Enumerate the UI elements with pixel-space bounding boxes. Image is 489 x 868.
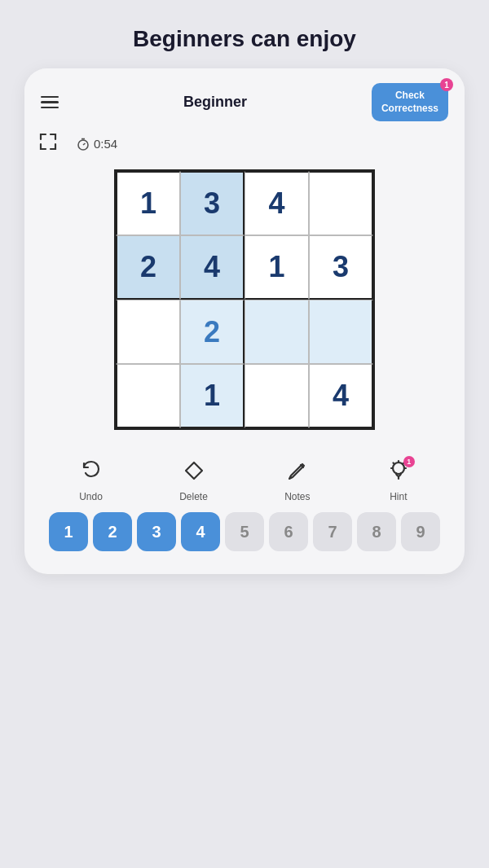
numpad-button-4[interactable]: 4 xyxy=(181,512,220,551)
sudoku-cell[interactable] xyxy=(116,364,180,428)
sudoku-cell[interactable]: 1 xyxy=(180,364,244,428)
numpad-button-3[interactable]: 3 xyxy=(137,512,176,551)
numpad-button-9[interactable]: 9 xyxy=(401,512,440,551)
sudoku-cell[interactable]: 1 xyxy=(116,171,180,235)
hint-icon: 1 xyxy=(387,459,410,488)
header-title: Beginner xyxy=(183,94,247,111)
timer-value: 0:54 xyxy=(94,137,117,151)
numpad-button-6[interactable]: 6 xyxy=(269,512,308,551)
app-header: Beginner Check Correctness 1 xyxy=(24,68,465,129)
sudoku-cell[interactable] xyxy=(309,300,373,364)
undo-icon xyxy=(80,459,103,488)
svg-line-11 xyxy=(393,463,394,465)
sudoku-cell[interactable]: 2 xyxy=(180,300,244,364)
sudoku-cell[interactable]: 3 xyxy=(309,235,373,300)
menu-button[interactable] xyxy=(41,96,59,109)
numpad-button-7[interactable]: 7 xyxy=(313,512,352,551)
sudoku-cell[interactable]: 4 xyxy=(180,235,244,300)
svg-line-2 xyxy=(83,143,86,145)
check-correctness-button[interactable]: Check Correctness xyxy=(372,83,448,121)
app-card: Beginner Check Correctness 1 xyxy=(24,68,465,574)
hint-button[interactable]: 1 Hint xyxy=(387,459,410,502)
hint-badge: 1 xyxy=(403,456,415,467)
sudoku-cell[interactable]: 2 xyxy=(116,235,180,300)
notes-icon xyxy=(286,459,309,488)
timer-display: 0:54 xyxy=(77,137,117,151)
timer-row: 0:54 xyxy=(24,129,465,161)
toolbar: Undo Delete Notes xyxy=(24,446,465,512)
notes-button[interactable]: Notes xyxy=(284,459,310,502)
number-pad: 123456789 xyxy=(24,512,465,551)
page-title: Beginners can enjoy xyxy=(133,26,356,52)
sudoku-cell[interactable] xyxy=(309,171,373,235)
sudoku-cell[interactable]: 3 xyxy=(180,171,244,235)
sudoku-grid: 1342413214 xyxy=(114,169,375,430)
numpad-button-8[interactable]: 8 xyxy=(357,512,396,551)
hint-label: Hint xyxy=(390,491,407,502)
svg-marker-4 xyxy=(186,462,202,479)
numpad-button-1[interactable]: 1 xyxy=(49,512,88,551)
sudoku-cell[interactable] xyxy=(244,364,309,428)
numpad-button-5[interactable]: 5 xyxy=(225,512,264,551)
delete-label: Delete xyxy=(179,491,208,502)
expand-icon[interactable] xyxy=(39,133,57,155)
check-correctness-wrap: Check Correctness 1 xyxy=(372,83,448,121)
undo-button[interactable]: Undo xyxy=(79,459,103,502)
sudoku-cell[interactable]: 4 xyxy=(309,364,373,428)
sudoku-cell[interactable] xyxy=(244,300,309,364)
sudoku-cell[interactable]: 4 xyxy=(244,171,309,235)
sudoku-cell[interactable] xyxy=(116,300,180,364)
notes-label: Notes xyxy=(284,491,310,502)
sudoku-cell[interactable]: 1 xyxy=(244,235,309,300)
numpad-button-2[interactable]: 2 xyxy=(93,512,132,551)
delete-icon xyxy=(183,459,205,488)
check-badge: 1 xyxy=(440,78,453,91)
grid-wrapper: 1342413214 xyxy=(24,161,465,446)
delete-button[interactable]: Delete xyxy=(179,459,208,502)
undo-label: Undo xyxy=(79,491,103,502)
